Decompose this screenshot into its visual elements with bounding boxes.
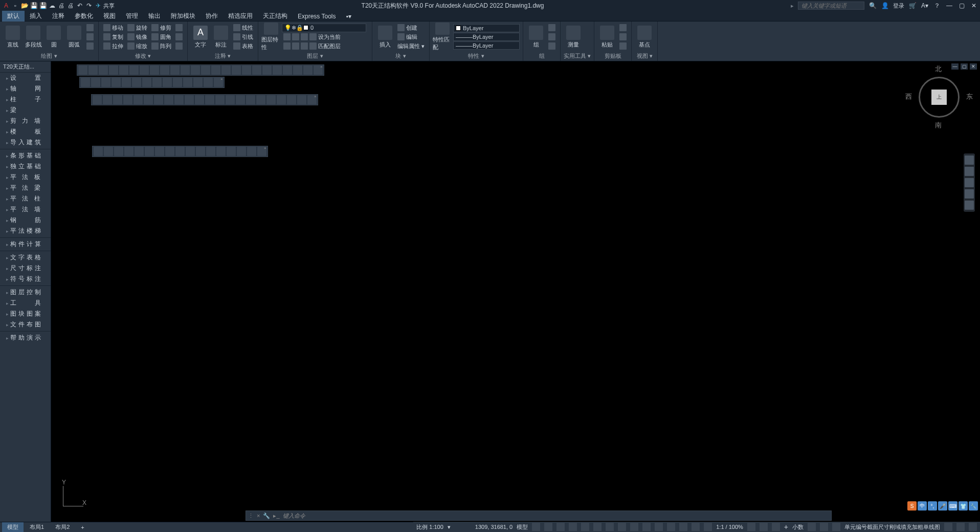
print-icon[interactable]: 🖨 — [66, 2, 75, 10]
viewcube-south[interactable]: 南 — [935, 121, 942, 130]
rotate-button[interactable]: 旋转 — [126, 24, 149, 32]
toolbar-tool-icon[interactable] — [135, 147, 144, 156]
sidebar-item[interactable]: 工 具 — [0, 298, 51, 308]
toolbar-tool-icon[interactable] — [132, 78, 141, 87]
edit-block-button[interactable]: 编辑 — [396, 33, 426, 41]
user-icon[interactable]: 👤 — [881, 2, 889, 10]
sidebar-item[interactable]: 平法楼梯 — [0, 226, 51, 236]
toolbar-tool-icon[interactable] — [247, 147, 256, 156]
dim-button[interactable]: 标注 — [211, 23, 231, 51]
toolbar-tool-icon[interactable] — [123, 95, 132, 104]
lineweight-dropdown[interactable]: ——— ByLayer — [453, 33, 520, 41]
osnap-icon[interactable] — [593, 523, 602, 531]
showmotion-icon[interactable] — [965, 201, 974, 210]
circle-button[interactable]: 圆 — [44, 23, 63, 51]
ime-punct-icon[interactable]: °, — [928, 501, 937, 511]
toolbar-tool-icon[interactable] — [140, 65, 149, 75]
sidebar-item[interactable]: 尺寸标注 — [0, 263, 51, 274]
tab-default[interactable]: 默认 — [2, 11, 25, 21]
mirror-button[interactable]: 镜像 — [126, 33, 149, 41]
orbit-icon[interactable] — [965, 189, 974, 198]
tab-express[interactable]: Express Tools — [293, 12, 341, 21]
toolbar-tool-icon[interactable] — [145, 147, 154, 156]
tab-overflow[interactable]: ▪▾ — [341, 12, 356, 21]
annovisibility-icon[interactable] — [747, 523, 755, 531]
sidebar-item[interactable]: 平 法 柱 — [0, 193, 51, 204]
layout-tab-model[interactable]: 模型 — [2, 522, 24, 532]
toolbar-tool-icon[interactable] — [144, 95, 153, 104]
toolbar-tool-icon[interactable] — [204, 78, 213, 87]
toolbar-tool-icon[interactable] — [201, 65, 210, 75]
command-line[interactable]: ⋮ × 🔧 ▸_ 键入命令 — [246, 511, 832, 521]
close-icon[interactable]: × — [314, 94, 318, 98]
app-logo-icon[interactable]: A — [2, 2, 10, 10]
toolbar-tool-icon[interactable] — [303, 65, 313, 75]
floating-toolbar-1[interactable]: × — [77, 64, 324, 76]
panel-label[interactable]: 注释 ▾ — [191, 51, 255, 60]
panel-label[interactable]: 图层 ▾ — [261, 51, 369, 60]
tab-addons[interactable]: 附加模块 — [166, 11, 201, 21]
copy-icon[interactable] — [618, 33, 628, 41]
viewcube-east[interactable]: 东 — [966, 92, 973, 101]
toolbar-tool-icon[interactable] — [283, 65, 292, 75]
web-icon[interactable]: ☁ — [48, 2, 56, 10]
move-button[interactable]: 移动 — [102, 24, 125, 32]
tab-output[interactable]: 输出 — [143, 11, 166, 21]
undo-icon[interactable]: ↶ — [76, 2, 84, 10]
toolbar-tool-icon[interactable] — [154, 95, 163, 104]
modify-tool-icon[interactable] — [174, 24, 184, 32]
toolbar-tool-icon[interactable] — [237, 147, 246, 156]
line-button[interactable]: 直线 — [3, 23, 23, 51]
toolbar-tool-icon[interactable] — [191, 65, 200, 75]
viewcube-top-face[interactable]: 上 — [931, 90, 947, 105]
group-button[interactable]: 组 — [526, 23, 546, 51]
autoscale-icon[interactable] — [760, 523, 768, 531]
toolbar-tool-icon[interactable] — [252, 65, 261, 75]
toolbar-tool-icon[interactable] — [173, 78, 182, 87]
drawing-restore-icon[interactable]: ▢ — [961, 63, 968, 70]
quickprops-icon[interactable] — [808, 523, 816, 531]
isodraft-icon[interactable] — [581, 523, 589, 531]
toolbar-tool-icon[interactable] — [163, 78, 172, 87]
customize-icon[interactable] — [969, 523, 977, 531]
cart-icon[interactable]: 🛒 — [908, 2, 917, 10]
linetype-dropdown[interactable]: ——— ByLayer — [453, 41, 520, 50]
tab-featured[interactable]: 精选应用 — [223, 11, 258, 21]
toolbar-tool-icon[interactable] — [174, 95, 184, 104]
toolbar-tool-icon[interactable] — [262, 65, 272, 75]
annomonitor-icon[interactable] — [704, 523, 712, 531]
status-scale[interactable]: 比例 1:100 — [416, 523, 443, 531]
ime-logo-icon[interactable]: S — [907, 501, 917, 511]
sidebar-item[interactable]: 梁 — [0, 105, 51, 116]
sidebar-item[interactable]: 条形基础 — [0, 150, 51, 161]
toolbar-tool-icon[interactable] — [114, 147, 123, 156]
clip-tool-icon[interactable] — [618, 42, 628, 51]
group-tool-icon[interactable] — [547, 42, 557, 51]
close-icon[interactable]: ✕ — [970, 2, 978, 10]
sidebar-item[interactable]: 剪 力 墙 — [0, 116, 51, 126]
viewcube-west[interactable]: 西 — [905, 92, 912, 101]
sidebar-item[interactable]: 柱 子 — [0, 94, 51, 105]
toolbar-tool-icon[interactable] — [186, 147, 195, 156]
sidebar-item[interactable]: 平 法 梁 — [0, 183, 51, 193]
array-button[interactable]: 阵列 — [150, 42, 173, 51]
autodesk-icon[interactable]: A▾ — [921, 2, 929, 10]
tab-tangent[interactable]: 天正结构 — [258, 11, 293, 21]
toolbar-tool-icon[interactable] — [152, 78, 162, 87]
dynucs-icon[interactable] — [655, 523, 663, 531]
toolbar-tool-icon[interactable] — [183, 78, 192, 87]
measure-button[interactable]: 测量 — [564, 23, 583, 51]
stretch-button[interactable]: 拉伸 — [102, 42, 125, 51]
dyninput-icon[interactable] — [667, 523, 675, 531]
cmd-recent-icon[interactable]: ▸_ — [273, 513, 279, 519]
viewcube-north[interactable]: 北 — [935, 64, 942, 74]
otrack-icon[interactable] — [606, 523, 614, 531]
sidebar-item[interactable]: 钢 筋 — [0, 215, 51, 226]
toolbar-tool-icon[interactable] — [155, 147, 164, 156]
add-layout-button[interactable]: + — [76, 523, 89, 531]
layer-props-button[interactable]: 图层特性 — [261, 23, 281, 51]
transparency-icon[interactable] — [630, 523, 638, 531]
tab-annotate[interactable]: 注释 — [47, 11, 70, 21]
tab-view[interactable]: 视图 — [98, 11, 121, 21]
new-icon[interactable]: ▫ — [11, 2, 19, 10]
